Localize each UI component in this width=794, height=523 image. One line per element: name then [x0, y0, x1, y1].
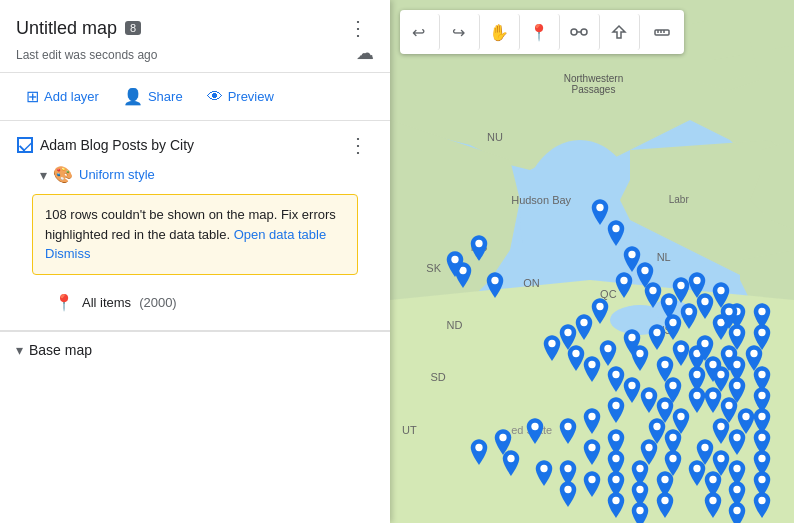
map-area[interactable]: ↩ ↪ ✋ 📍 NorthwesternPassages Hudson Bay … [390, 0, 794, 523]
svg-point-52 [588, 413, 595, 420]
layer-header: Adam Blog Posts by City ⋮ [16, 131, 374, 159]
svg-point-48 [653, 423, 660, 430]
map-pin [654, 492, 676, 520]
map-subtitle: Last edit was seconds ago [16, 48, 157, 62]
layer-menu-button[interactable]: ⋮ [342, 131, 374, 159]
svg-point-39 [645, 392, 652, 399]
svg-point-5 [581, 29, 587, 35]
svg-point-86 [726, 402, 733, 409]
svg-point-15 [596, 204, 603, 211]
toolbar: ⊞ Add layer 👤 Share 👁 Preview [0, 73, 390, 121]
map-pin [557, 418, 579, 446]
directions-button[interactable] [604, 14, 640, 50]
chevron-down-icon-base[interactable]: ▾ [16, 342, 23, 358]
draw-line-button[interactable] [564, 14, 600, 50]
layers-icon: ⊞ [26, 87, 39, 106]
svg-point-18 [641, 266, 648, 273]
share-button[interactable]: 👤 Share [113, 81, 193, 112]
uniform-style-row: ▾ 🎨 Uniform style [40, 165, 374, 184]
redo-button[interactable]: ↪ [444, 14, 480, 50]
svg-point-68 [564, 486, 571, 493]
subtitle-row: Last edit was seconds ago ☁ [16, 42, 374, 64]
layer-name: Adam Blog Posts by City [40, 137, 194, 153]
svg-point-79 [726, 308, 733, 315]
svg-point-92 [734, 465, 741, 472]
map-menu-button[interactable]: ⋮ [342, 14, 374, 42]
pan-button[interactable]: ✋ [484, 14, 520, 50]
cloud-icon: ☁ [356, 42, 374, 64]
base-map-section: ▾ Base map [0, 331, 390, 368]
items-count: (2000) [139, 295, 177, 310]
svg-point-24 [669, 319, 676, 326]
svg-point-45 [701, 340, 708, 347]
paint-icon: 🎨 [53, 165, 73, 184]
map-pin [524, 418, 546, 446]
map-pin [581, 439, 603, 467]
map-pin [718, 303, 740, 331]
svg-point-56 [613, 455, 620, 462]
layer-title-group: Adam Blog Posts by City [16, 136, 194, 154]
svg-point-58 [669, 455, 676, 462]
svg-point-30 [677, 345, 684, 352]
svg-point-103 [758, 434, 765, 441]
preview-button[interactable]: 👁 Preview [197, 82, 284, 112]
svg-point-72 [661, 496, 668, 503]
map-pin [581, 408, 603, 436]
eye-icon: 👁 [207, 88, 223, 106]
svg-point-33 [564, 329, 571, 336]
svg-point-16 [613, 224, 620, 231]
svg-point-97 [758, 308, 765, 315]
svg-point-40 [669, 381, 676, 388]
svg-point-69 [613, 476, 620, 483]
svg-point-101 [758, 392, 765, 399]
map-pin [605, 220, 627, 248]
dismiss-link[interactable]: Dismiss [45, 246, 91, 261]
map-pin [726, 502, 748, 523]
svg-point-37 [613, 371, 620, 378]
map-pin [702, 492, 724, 520]
svg-point-14 [451, 256, 458, 263]
chevron-down-icon[interactable]: ▾ [40, 167, 47, 183]
svg-point-84 [734, 360, 741, 367]
svg-point-22 [677, 282, 684, 289]
base-map-label: Base map [29, 342, 92, 358]
svg-point-104 [758, 455, 765, 462]
add-layer-button[interactable]: ⊞ Add layer [16, 81, 109, 112]
map-pin [605, 397, 627, 425]
svg-point-20 [649, 287, 656, 294]
svg-point-80 [693, 277, 700, 284]
layer-checkbox[interactable] [16, 136, 34, 154]
location-pin-icon: 📍 [54, 293, 74, 312]
uniform-style-label[interactable]: Uniform style [79, 167, 155, 182]
svg-point-88 [718, 423, 725, 430]
svg-point-106 [758, 496, 765, 503]
undo-button[interactable]: ↩ [404, 14, 440, 50]
map-pin [500, 450, 522, 478]
map-pin [581, 471, 603, 499]
svg-point-50 [645, 444, 652, 451]
warning-box: 108 rows couldn't be shown on the map. F… [32, 194, 358, 275]
map-pin [557, 481, 579, 509]
map-pin [444, 251, 466, 279]
map-pin [541, 335, 563, 363]
open-data-table-link[interactable]: Open data table [234, 227, 327, 242]
all-items-label: All items [82, 295, 131, 310]
marker-button[interactable]: 📍 [524, 14, 560, 50]
map-pin [686, 272, 708, 300]
svg-point-105 [758, 476, 765, 483]
svg-point-57 [637, 465, 644, 472]
sidebar: Untitled map 8 ⋮ Last edit was seconds a… [0, 0, 390, 523]
measure-button[interactable] [644, 14, 680, 50]
svg-point-55 [588, 444, 595, 451]
svg-point-51 [613, 402, 620, 409]
svg-point-93 [710, 476, 717, 483]
sidebar-header: Untitled map 8 ⋮ Last edit was seconds a… [0, 0, 390, 73]
map-toolbar: ↩ ↪ ✋ 📍 [400, 10, 684, 54]
svg-point-73 [637, 507, 644, 514]
svg-point-90 [701, 444, 708, 451]
svg-point-13 [491, 277, 498, 284]
svg-point-62 [499, 434, 506, 441]
svg-point-63 [475, 444, 482, 451]
svg-point-47 [677, 413, 684, 420]
svg-point-27 [604, 345, 611, 352]
